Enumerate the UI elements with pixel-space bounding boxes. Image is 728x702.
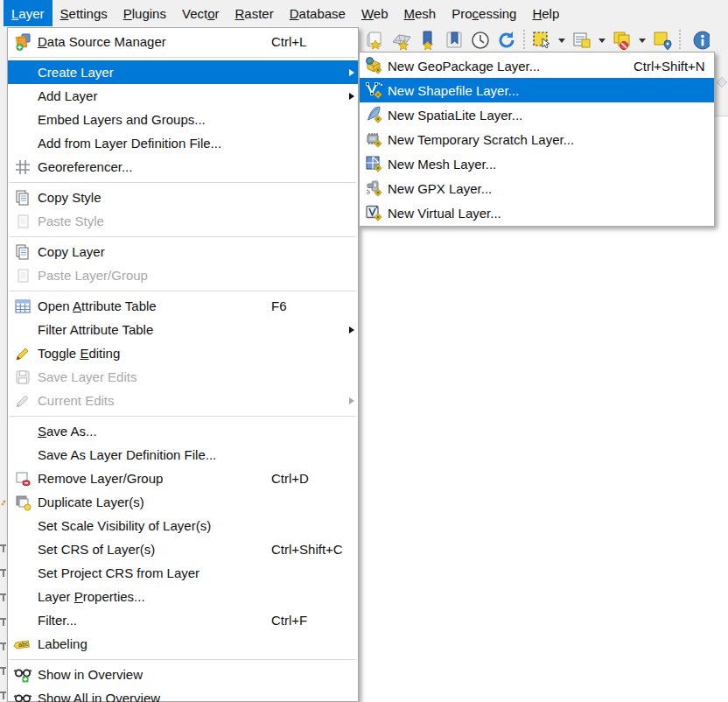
menu-item-copy-style[interactable]: Copy Style <box>8 186 358 209</box>
menu-separator <box>8 233 358 240</box>
menu-item-save-layer-edits[interactable]: Save Layer Edits <box>8 365 358 389</box>
menu-item-new-spatialite-layer[interactable]: New SpatiaLite Layer... <box>360 102 714 127</box>
menu-item-georeferencer[interactable]: Georeferencer... <box>8 155 358 179</box>
select-features-dropdown-icon[interactable] <box>556 29 567 52</box>
overview-add-icon <box>8 666 38 684</box>
deselect-all-dropdown-icon[interactable] <box>637 29 648 52</box>
new-spatial-bookmark-icon[interactable] <box>416 29 439 52</box>
menu-item-toggle-editing[interactable]: Toggle Editing <box>8 341 358 365</box>
submenu-arrow-icon <box>345 93 358 100</box>
pencil-icon <box>8 345 38 362</box>
menubar-item-processing[interactable]: Processing <box>444 0 524 26</box>
clipped-panel-edge <box>715 52 728 116</box>
menu-item-embed-layers[interactable]: Embed Layers and Groups... <box>8 108 358 131</box>
menu-item-paste-layer-group[interactable]: Paste Layer/Group <box>8 263 358 287</box>
menu-item-copy-layer[interactable]: Copy Layer <box>8 240 358 263</box>
menu-separator <box>8 412 358 419</box>
menu-item-add-from-layer-definition[interactable]: Add from Layer Definition File... <box>8 131 358 155</box>
menu-item-set-scale-visibility[interactable]: Set Scale Visibility of Layer(s) <box>8 514 358 537</box>
select-features-icon[interactable] <box>530 29 553 52</box>
menu-item-paste-style[interactable]: Paste Style <box>8 209 358 233</box>
create-layer-submenu: New GeoPackage Layer... Ctrl+Shift+N New… <box>359 52 715 227</box>
attribute-table-icon <box>8 298 38 315</box>
select-by-location-icon[interactable] <box>651 29 674 52</box>
submenu-arrow-icon <box>345 69 358 76</box>
new-geopackage-icon <box>360 56 388 75</box>
save-edits-icon <box>8 369 38 386</box>
data-source-manager-icon <box>8 32 38 52</box>
menubar-item-layer[interactable]: Layer <box>4 0 52 26</box>
select-by-form-dropdown-icon[interactable] <box>597 29 607 52</box>
georeferencer-icon <box>8 158 38 176</box>
temporal-controller-icon[interactable] <box>469 29 492 52</box>
new-virtual-icon <box>360 203 388 222</box>
new-print-layout-icon[interactable] <box>364 29 387 52</box>
menu-item-filter-attribute-table[interactable]: Filter Attribute Table <box>8 318 358 341</box>
new-gpx-icon <box>360 179 388 198</box>
project-toolbar <box>357 26 728 54</box>
menubar-item-help[interactable]: Help <box>524 0 567 26</box>
menu-item-new-gpx-layer[interactable]: New GPX Layer... <box>360 176 714 200</box>
menu-item-open-attribute-table[interactable]: Open Attribute Table F6 <box>8 294 358 318</box>
menu-item-set-project-crs[interactable]: Set Project CRS from Layer <box>8 561 358 585</box>
menubar-item-vector[interactable]: Vector <box>174 0 228 26</box>
copy-icon <box>8 243 38 261</box>
remove-layer-icon <box>8 470 38 488</box>
menu-item-duplicate-layers[interactable]: Duplicate Layer(s) <box>8 490 358 514</box>
menu-item-data-source-manager[interactable]: Data Source Manager Ctrl+L <box>8 30 358 53</box>
svg-text:abc: abc <box>18 639 29 649</box>
submenu-arrow-icon <box>345 326 358 333</box>
paste-icon <box>8 213 38 230</box>
menu-item-new-temporary-scratch-layer[interactable]: New Temporary Scratch Layer... <box>360 127 714 151</box>
paste-icon <box>8 267 38 284</box>
identify-icon[interactable] <box>688 29 710 52</box>
refresh-icon[interactable] <box>495 29 518 52</box>
menu-item-current-edits[interactable]: Current Edits <box>8 389 358 412</box>
menu-separator <box>8 287 358 294</box>
menubar-item-settings[interactable]: Settings <box>52 0 116 26</box>
menu-item-labeling[interactable]: abc Labeling <box>8 632 358 656</box>
menu-item-add-layer[interactable]: Add Layer <box>8 84 358 108</box>
layer-menu: Data Source Manager Ctrl+L Create Layer … <box>7 27 359 702</box>
new-spatialite-icon <box>360 105 388 124</box>
clipped-left-toolbar <box>0 26 7 702</box>
menu-item-create-layer[interactable]: Create Layer <box>8 60 358 84</box>
menubar-item-mesh[interactable]: Mesh <box>396 0 444 26</box>
clipped-label-toolbar-fragment <box>0 516 7 702</box>
menu-item-new-geopackage-layer[interactable]: New GeoPackage Layer... Ctrl+Shift+N <box>360 53 714 78</box>
submenu-arrow-icon <box>345 397 358 404</box>
menu-item-new-shapefile-layer[interactable]: New Shapefile Layer... <box>360 78 714 102</box>
layout-manager-icon[interactable] <box>390 29 413 52</box>
select-by-form-icon[interactable] <box>570 29 593 52</box>
menubar-item-database[interactable]: Database <box>282 0 354 26</box>
menubar-item-web[interactable]: Web <box>354 0 396 26</box>
menu-item-new-mesh-layer[interactable]: New Mesh Layer... <box>360 151 714 176</box>
menu-item-new-virtual-layer[interactable]: New Virtual Layer... <box>360 200 714 225</box>
pencil-gray-icon <box>8 392 38 410</box>
overview-icon <box>8 690 38 702</box>
menu-separator <box>8 656 358 663</box>
new-shapefile-icon <box>360 81 388 100</box>
show-bookmarks-icon[interactable] <box>443 29 466 52</box>
menu-item-layer-properties[interactable]: Layer Properties... <box>8 585 358 608</box>
menu-item-show-in-overview[interactable]: Show in Overview <box>8 663 358 686</box>
menu-item-save-as[interactable]: Save As... <box>8 419 358 443</box>
new-mesh-icon <box>360 154 388 173</box>
menu-item-show-all-in-overview[interactable]: Show All in Overview <box>8 686 358 702</box>
menubar-item-plugins[interactable]: Plugins <box>116 0 174 26</box>
menu-separator <box>8 179 358 186</box>
copy-icon <box>8 189 38 207</box>
menu-item-set-crs[interactable]: Set CRS of Layer(s) Ctrl+Shift+C <box>8 537 358 561</box>
toolbar-separator <box>522 30 527 51</box>
clipped-icon-fragment <box>0 499 7 506</box>
deselect-all-icon[interactable] <box>611 29 634 52</box>
menu-item-save-as-layer-definition[interactable]: Save As Layer Definition File... <box>8 443 358 467</box>
duplicate-layer-icon <box>8 494 38 511</box>
menu-separator <box>8 53 358 60</box>
clipped-icon-fragment <box>716 76 728 88</box>
labeling-icon: abc <box>8 635 38 653</box>
menu-item-filter[interactable]: Filter... Ctrl+F <box>8 608 358 632</box>
toolbar-separator <box>677 30 682 51</box>
menu-item-remove-layer-group[interactable]: Remove Layer/Group Ctrl+D <box>8 467 358 490</box>
menubar-item-raster[interactable]: Raster <box>228 0 282 26</box>
